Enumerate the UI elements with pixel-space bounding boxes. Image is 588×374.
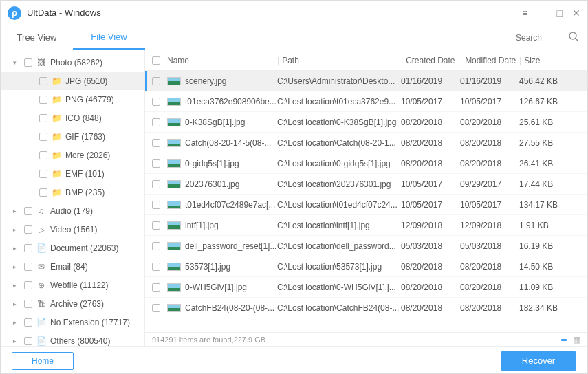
menu-icon[interactable]: ≡ bbox=[522, 8, 527, 19]
search-wrap bbox=[516, 31, 587, 44]
row-checkbox[interactable] bbox=[152, 304, 160, 312]
tree-label: Video (1561) bbox=[50, 225, 98, 234]
sidebar-item[interactable]: ▸⊕Webfile (11122) bbox=[1, 276, 144, 294]
tree-checkbox[interactable] bbox=[39, 133, 47, 141]
row-checkbox[interactable] bbox=[152, 160, 160, 168]
tree-type-icon: 📄 bbox=[36, 318, 46, 327]
table-row[interactable]: t01eca3762e908906be... C:\Lost location\… bbox=[145, 91, 587, 112]
modified-date: 09/29/2017 bbox=[460, 179, 519, 189]
tree-checkbox[interactable] bbox=[24, 281, 32, 289]
row-checkbox[interactable] bbox=[152, 98, 160, 106]
table-row[interactable]: 0-WH5GiV[1].jpg C:\Lost location\0-WH5Gi… bbox=[145, 277, 587, 298]
tree-checkbox[interactable] bbox=[39, 114, 47, 122]
sidebar-item[interactable]: ▸📄Document (22063) bbox=[1, 239, 144, 257]
row-checkbox[interactable] bbox=[152, 242, 160, 250]
col-created[interactable]: Created Date bbox=[406, 56, 455, 65]
table-row[interactable]: 0-gidq5s[1].jpg C:\Lost location\0-gidq5… bbox=[145, 153, 587, 174]
created-date: 08/20/2018 bbox=[401, 159, 460, 168]
sidebar-item[interactable]: 📁EMF (101) bbox=[1, 164, 144, 183]
row-checkbox[interactable] bbox=[152, 221, 160, 230]
file-icon bbox=[167, 221, 181, 230]
search-input[interactable] bbox=[516, 33, 564, 43]
row-checkbox[interactable] bbox=[152, 283, 160, 292]
select-all-checkbox[interactable] bbox=[152, 56, 160, 65]
tree-label: Photo (58262) bbox=[50, 58, 102, 67]
col-name[interactable]: Name bbox=[167, 56, 277, 65]
file-size: 134.17 KB bbox=[519, 200, 567, 210]
col-size[interactable]: Size bbox=[524, 56, 540, 65]
file-path: C:\Lost location\intf[1].jpg bbox=[277, 221, 401, 230]
tree-label: Archive (2763) bbox=[50, 299, 104, 309]
sidebar-item[interactable]: 📁GIF (1763) bbox=[1, 127, 144, 146]
status-text: 914291 items are found,227.9 GB bbox=[152, 336, 265, 344]
row-checkbox[interactable] bbox=[152, 77, 160, 85]
tree-label: GIF (1763) bbox=[65, 132, 105, 142]
home-button[interactable]: Home bbox=[12, 352, 74, 370]
tab-tree-view[interactable]: Tree View bbox=[1, 26, 73, 49]
recover-button[interactable]: Recover bbox=[501, 351, 576, 371]
sidebar-item[interactable]: ▸♫Audio (179) bbox=[1, 201, 144, 220]
table-row[interactable]: Catch(08-20-14-5(08-... C:\Lost location… bbox=[145, 133, 587, 153]
tree-checkbox[interactable] bbox=[24, 300, 32, 308]
row-checkbox[interactable] bbox=[152, 180, 160, 188]
tree-checkbox[interactable] bbox=[24, 244, 32, 252]
tree-checkbox[interactable] bbox=[24, 318, 32, 327]
row-checkbox[interactable] bbox=[152, 201, 160, 209]
table-row[interactable]: intf[1].jpg C:\Lost location\intf[1].jpg… bbox=[145, 215, 587, 236]
sidebar-item[interactable]: ▸✉Email (84) bbox=[1, 257, 144, 276]
table-row[interactable]: scenery.jpg C:\Users\Administrator\Deskt… bbox=[145, 71, 587, 91]
tree-checkbox[interactable] bbox=[24, 58, 32, 67]
file-name: CatchFB24(08-20-(08-... bbox=[185, 303, 274, 313]
tree-checkbox[interactable] bbox=[24, 337, 32, 345]
file-path: C:\Lost location\t01ed4cf07c24... bbox=[277, 200, 401, 210]
created-date: 10/05/2017 bbox=[401, 200, 460, 210]
tab-file-view[interactable]: File View bbox=[73, 25, 145, 50]
table-row[interactable]: 0-K38SgB[1].jpg C:\Lost location\0-K38Sg… bbox=[145, 112, 587, 133]
row-checkbox[interactable] bbox=[152, 118, 160, 126]
footer: Home Recover bbox=[1, 346, 587, 374]
tree-checkbox[interactable] bbox=[39, 77, 47, 85]
file-size: 14.50 KB bbox=[519, 262, 567, 272]
sidebar-item[interactable]: 📁PNG (46779) bbox=[1, 90, 144, 109]
created-date: 08/20/2018 bbox=[401, 303, 460, 313]
sidebar-item[interactable]: 📁BMP (235) bbox=[1, 183, 144, 201]
tree-checkbox[interactable] bbox=[39, 151, 47, 160]
search-icon[interactable] bbox=[568, 31, 579, 44]
file-path: C:\Lost location\Catch(08-20-1... bbox=[277, 138, 401, 148]
sidebar-item[interactable]: 📁More (2026) bbox=[1, 146, 144, 164]
maximize-icon[interactable]: □ bbox=[557, 8, 563, 19]
tree-label: Webfile (11122) bbox=[50, 280, 109, 290]
sidebar-item[interactable]: 📁JPG (6510) bbox=[1, 72, 144, 90]
file-icon bbox=[167, 201, 181, 209]
grid-view-icon[interactable]: ▦ bbox=[573, 335, 580, 344]
tree-type-icon: ✉ bbox=[36, 262, 46, 272]
row-checkbox[interactable] bbox=[152, 139, 160, 147]
tree-checkbox[interactable] bbox=[24, 263, 32, 271]
list-view-icon[interactable]: ≣ bbox=[560, 335, 567, 344]
sidebar-item[interactable]: ▸📄No Extension (17717) bbox=[1, 313, 144, 331]
tree-checkbox[interactable] bbox=[24, 207, 32, 215]
tree-checkbox[interactable] bbox=[39, 96, 47, 104]
file-name: scenery.jpg bbox=[185, 76, 226, 86]
tree-label: No Extension (17717) bbox=[50, 318, 130, 327]
sidebar-item[interactable]: ▾🖼Photo (58262) bbox=[1, 53, 144, 72]
tree-checkbox[interactable] bbox=[39, 188, 47, 197]
minimize-icon[interactable]: — bbox=[538, 8, 547, 19]
table-row[interactable]: CatchFB24(08-20-(08-... C:\Lost location… bbox=[145, 298, 587, 318]
file-size: 11.09 KB bbox=[519, 283, 567, 292]
main: ▾🖼Photo (58262)📁JPG (6510)📁PNG (46779)📁I… bbox=[1, 50, 587, 346]
sidebar-item[interactable]: 📁ICO (848) bbox=[1, 109, 144, 127]
close-icon[interactable]: ✕ bbox=[572, 8, 580, 19]
col-modified[interactable]: Modified Date bbox=[465, 56, 516, 65]
table-row[interactable]: t01ed4cf07c2489e7ac[... C:\Lost location… bbox=[145, 195, 587, 215]
sidebar-item[interactable]: ▸▷Video (1561) bbox=[1, 220, 144, 239]
col-path[interactable]: Path bbox=[282, 56, 299, 65]
table-row[interactable]: 53573[1].jpg C:\Lost location\53573[1].j… bbox=[145, 256, 587, 277]
sidebar-item[interactable]: ▸🗜Archive (2763) bbox=[1, 294, 144, 313]
table-row[interactable]: dell_password_reset[1]... C:\Lost locati… bbox=[145, 236, 587, 256]
tree-checkbox[interactable] bbox=[39, 170, 47, 178]
tree-checkbox[interactable] bbox=[24, 226, 32, 234]
table-row[interactable]: 202376301.jpg C:\Lost location\202376301… bbox=[145, 174, 587, 195]
sidebar-item[interactable]: ▸📄Others (800540) bbox=[1, 331, 144, 346]
row-checkbox[interactable] bbox=[152, 263, 160, 271]
